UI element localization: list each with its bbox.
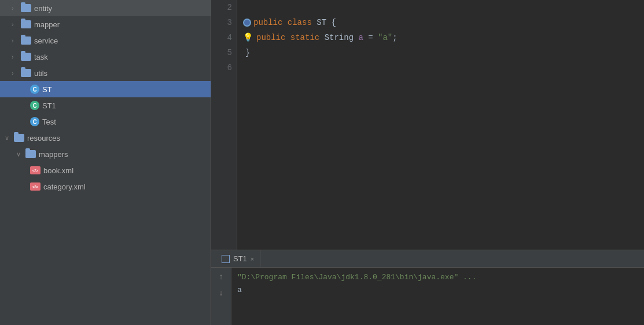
- output-line-2: a: [237, 284, 638, 297]
- sidebar-item-label: mappers: [39, 150, 68, 159]
- sidebar-item-resources[interactable]: ∨ resources: [0, 130, 211, 146]
- keyword-class: class: [288, 15, 317, 30]
- output-plain-text: a: [237, 286, 242, 294]
- bottom-tab-ST1[interactable]: ST1 ×: [216, 250, 260, 268]
- class-badge-Test: C: [30, 117, 39, 126]
- main-area: › entity › mapper › service › task › uti…: [0, 0, 644, 325]
- sidebar-item-label: Test: [42, 118, 56, 126]
- chevron-down-icon: ∨: [16, 151, 25, 158]
- sidebar-item-entity[interactable]: › entity: [0, 0, 211, 16]
- chevron-right-icon: ›: [12, 37, 21, 44]
- code-line-4: 💡 public static String a = "a";: [243, 30, 644, 45]
- tab-icon-ST1: [222, 255, 230, 263]
- sidebar-item-label: book.xml: [43, 166, 73, 175]
- code-line-5: }: [243, 45, 644, 60]
- output-line-1: "D:\Program Files\Java\jdk1.8.0_281\bin\…: [237, 271, 638, 284]
- chevron-right-icon: ›: [12, 21, 21, 28]
- sidebar-item-label: category.xml: [43, 182, 86, 191]
- tab-label-ST1: ST1: [233, 254, 247, 263]
- line-num-3: 3: [211, 15, 232, 30]
- sidebar-item-task[interactable]: › task: [0, 49, 211, 65]
- var-a: a: [358, 30, 363, 45]
- chevron-down-icon: ∨: [5, 134, 14, 142]
- code-line-6: [243, 60, 644, 75]
- file-tree: › entity › mapper › service › task › uti…: [0, 0, 211, 325]
- sidebar-item-ST1[interactable]: C ST1: [0, 97, 211, 114]
- line-num-5: 5: [211, 45, 232, 60]
- keyword-public-4: public: [256, 30, 290, 45]
- keyword-static: static: [290, 30, 325, 45]
- code-line-3: public class ST {: [243, 15, 644, 30]
- string-val: "a": [378, 30, 392, 45]
- sidebar-item-mappers[interactable]: ∨ mappers: [0, 146, 211, 162]
- brace-close: }: [245, 45, 250, 60]
- sidebar-item-utils[interactable]: › utils: [0, 65, 211, 81]
- bottom-tabs: ST1 ×: [211, 250, 644, 268]
- down-arrow-button[interactable]: ↓: [215, 287, 227, 299]
- folder-icon-resources: [14, 134, 24, 142]
- output-console: "D:\Program Files\Java\jdk1.8.0_281\bin\…: [231, 268, 644, 325]
- sidebar-item-label: ST1: [42, 101, 56, 110]
- output-path-text: "D:\Program Files\Java\jdk1.8.0_281\bin\…: [237, 273, 476, 282]
- lightbulb-icon[interactable]: 💡: [243, 30, 253, 45]
- code-body[interactable]: public class ST { 💡 public static String…: [237, 0, 644, 250]
- semicolon: ;: [392, 30, 397, 45]
- line-num-6: 6: [211, 60, 232, 75]
- sidebar-item-book-xml[interactable]: </> book.xml: [0, 162, 211, 178]
- code-line-2: [243, 0, 644, 15]
- folder-icon-mappers: [25, 150, 36, 158]
- sidebar-item-mapper[interactable]: › mapper: [0, 16, 211, 32]
- tab-close-ST1[interactable]: ×: [251, 255, 254, 262]
- sidebar-item-label: task: [34, 53, 48, 61]
- classname-ST: ST: [317, 15, 331, 30]
- up-arrow-button[interactable]: ↑: [215, 271, 227, 283]
- bottom-content: ↑ ↓ "D:\Program Files\Java\jdk1.8.0_281\…: [211, 268, 644, 325]
- sidebar-item-label: ST: [42, 85, 52, 94]
- type-string: String: [325, 30, 359, 45]
- class-badge-ST1: C: [30, 101, 39, 110]
- sidebar-item-label: service: [34, 36, 58, 45]
- keyword-public-3: public: [253, 15, 288, 30]
- folder-icon-utils: [21, 69, 31, 77]
- chevron-right-icon: ›: [12, 53, 21, 60]
- equals-sign: =: [363, 30, 378, 45]
- sidebar-item-category-xml[interactable]: </> category.xml: [0, 178, 211, 195]
- folder-icon-entity: [21, 4, 31, 12]
- chevron-right-icon: ›: [12, 70, 21, 76]
- sidebar-item-label: mapper: [34, 20, 60, 29]
- sidebar-item-Test[interactable]: C Test: [0, 114, 211, 130]
- xml-icon-book: </>: [30, 166, 41, 174]
- sidebar-item-service[interactable]: › service: [0, 32, 211, 49]
- folder-icon-service: [21, 36, 31, 45]
- line-numbers: 2 3 4 5 6: [211, 0, 237, 250]
- folder-icon-task: [21, 53, 31, 61]
- line-num-2: 2: [211, 0, 232, 15]
- xml-icon-category: </>: [30, 182, 41, 191]
- sidebar-item-label: resources: [27, 134, 60, 143]
- code-editor: 2 3 4 5 6 public class ST {: [211, 0, 644, 250]
- class-badge-ST: C: [30, 85, 39, 94]
- bottom-gutter: ↑ ↓: [211, 268, 231, 325]
- bottom-panel: ST1 × ↑ ↓ "D:\Program Files\Java\jdk1.8.…: [211, 250, 644, 325]
- folder-icon-mapper: [21, 20, 31, 28]
- line-num-4: 4: [211, 30, 232, 45]
- sidebar-item-label: utils: [34, 69, 47, 78]
- sidebar-item-label: entity: [34, 4, 52, 13]
- chevron-right-icon: ›: [12, 5, 21, 12]
- breakpoint-dot: [243, 19, 251, 27]
- brace-open: {: [331, 15, 336, 30]
- sidebar-item-ST[interactable]: C ST: [0, 81, 211, 97]
